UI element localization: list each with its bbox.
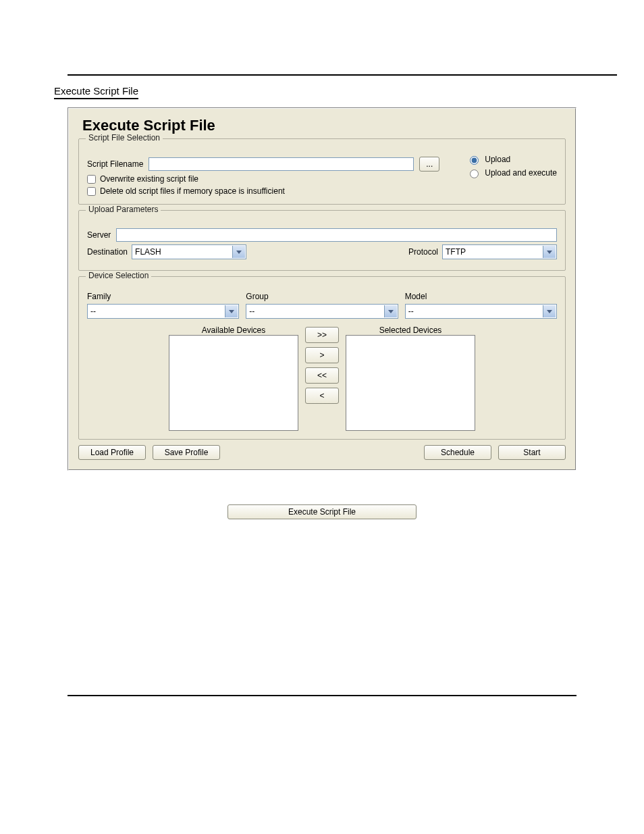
script-file-selection-legend: Script File Selection — [86, 133, 163, 142]
family-select[interactable]: -- — [87, 304, 239, 319]
family-value: -- — [90, 307, 96, 316]
protocol-value: TFTP — [446, 247, 466, 257]
upload-execute-radio-row[interactable]: Upload and execute — [466, 167, 557, 178]
script-filename-label: Script Filename — [87, 159, 143, 169]
protocol-label: Protocol — [408, 247, 438, 257]
group-select[interactable]: -- — [246, 304, 398, 319]
available-devices-list[interactable] — [169, 335, 298, 431]
family-label: Family — [87, 292, 239, 301]
start-button[interactable]: Start — [498, 445, 566, 460]
panel-inner: Execute Script File Script File Selectio… — [68, 108, 576, 470]
rule-bottom — [68, 695, 576, 696]
model-label: Model — [405, 292, 557, 301]
overwrite-checkbox[interactable] — [87, 175, 96, 184]
chevron-down-icon — [384, 305, 397, 317]
group-value: -- — [249, 307, 254, 316]
delete-old-label: Delete old script files if memory space … — [100, 186, 285, 196]
chevron-down-icon — [543, 305, 556, 317]
move-right-button[interactable]: > — [305, 347, 339, 363]
device-selection-legend: Device Selection — [86, 271, 151, 280]
browse-button[interactable]: ... — [419, 157, 439, 172]
move-all-left-button[interactable]: << — [305, 367, 339, 384]
execute-script-panel: Execute Script File Script File Selectio… — [68, 107, 576, 471]
standalone-button-wrap: Execute Script File — [27, 504, 617, 519]
delete-old-checkbox-row[interactable]: Delete old script files if memory space … — [87, 186, 439, 196]
destination-label: Destination — [87, 247, 128, 257]
server-input[interactable] — [116, 228, 557, 242]
selected-devices-list[interactable] — [346, 335, 475, 431]
script-filename-input[interactable] — [149, 157, 414, 171]
save-profile-button[interactable]: Save Profile — [153, 445, 220, 460]
destination-value: FLASH — [135, 247, 161, 257]
upload-radio-row[interactable]: Upload — [466, 154, 557, 165]
script-file-selection-group: Script File Selection Script Filename ..… — [78, 138, 566, 205]
overwrite-checkbox-row[interactable]: Overwrite existing script file — [87, 174, 439, 184]
move-all-right-button[interactable]: >> — [305, 327, 339, 343]
available-devices-label: Available Devices — [169, 325, 298, 335]
schedule-button[interactable]: Schedule — [424, 445, 491, 460]
chevron-down-icon — [543, 246, 556, 258]
upload-parameters-legend: Upload Parameters — [86, 205, 161, 214]
panel-title: Execute Script File — [82, 117, 566, 134]
model-select[interactable]: -- — [405, 304, 557, 319]
delete-old-checkbox[interactable] — [87, 187, 96, 196]
device-selection-group: Device Selection Family -- Group -- — [78, 276, 566, 440]
spacer — [227, 445, 417, 460]
group-label: Group — [246, 292, 398, 301]
upload-radio-label: Upload — [485, 155, 510, 164]
footer-buttons: Load Profile Save Profile Schedule Start — [78, 445, 566, 460]
upload-radio[interactable] — [470, 156, 479, 165]
server-label: Server — [87, 230, 111, 240]
overwrite-label: Overwrite existing script file — [100, 174, 198, 184]
upload-mode-radios: Upload Upload and execute — [466, 154, 557, 178]
rule-top — [68, 74, 617, 76]
load-profile-button[interactable]: Load Profile — [78, 445, 146, 460]
destination-select[interactable]: FLASH — [132, 244, 246, 259]
upload-execute-radio[interactable] — [470, 170, 479, 178]
selected-devices-label: Selected Devices — [346, 325, 475, 335]
upload-parameters-group: Upload Parameters Server Destination FLA… — [78, 210, 566, 271]
model-value: -- — [408, 307, 414, 316]
protocol-select[interactable]: TFTP — [442, 244, 557, 259]
move-left-button[interactable]: < — [305, 388, 339, 404]
chevron-down-icon — [232, 246, 245, 258]
chevron-down-icon — [225, 305, 238, 317]
upload-execute-radio-label: Upload and execute — [485, 168, 557, 178]
execute-script-file-button[interactable]: Execute Script File — [227, 504, 417, 519]
section-heading: Execute Script File — [54, 85, 138, 99]
document-page: Execute Script File Execute Script File … — [0, 0, 644, 750]
